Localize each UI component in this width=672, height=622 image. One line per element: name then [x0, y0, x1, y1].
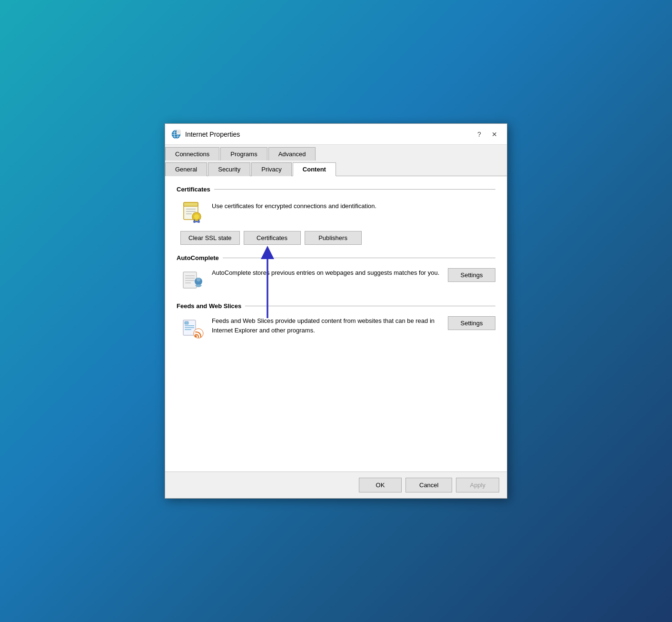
- cancel-button[interactable]: Cancel: [405, 478, 452, 492]
- feeds-settings-button[interactable]: Settings: [448, 316, 495, 330]
- tab-advanced[interactable]: Advanced: [268, 147, 316, 161]
- tab-programs[interactable]: Programs: [220, 147, 267, 161]
- internet-properties-dialog: Internet Properties ? ✕ Connections Prog…: [165, 123, 507, 499]
- certificates-divider: [214, 189, 495, 190]
- tabs-container: Connections Programs Advanced General Se…: [165, 145, 507, 176]
- autocomplete-content: AutoComplete stores previous entries on …: [177, 268, 495, 293]
- autocomplete-icon: [180, 268, 205, 293]
- autocomplete-description: AutoComplete stores previous entries on …: [212, 268, 440, 278]
- certificates-button[interactable]: Certificates: [244, 231, 301, 245]
- help-button[interactable]: ?: [473, 128, 486, 140]
- title-bar: Internet Properties ? ✕: [165, 124, 507, 145]
- svg-rect-33: [185, 329, 191, 330]
- feeds-header: Feeds and Web Slices: [177, 302, 495, 310]
- autocomplete-title: AutoComplete: [177, 254, 219, 261]
- certificate-icon: [180, 200, 205, 224]
- close-button[interactable]: ✕: [488, 128, 501, 140]
- tab-general[interactable]: General: [165, 162, 207, 176]
- svg-point-35: [195, 335, 197, 338]
- svg-rect-10: [184, 202, 198, 206]
- cert-icon-svg: [181, 201, 204, 223]
- certificates-content: Use certificates for encrypted connectio…: [177, 200, 495, 224]
- tab-privacy[interactable]: Privacy: [251, 162, 292, 176]
- ie-icon: [171, 129, 181, 140]
- certificates-title: Certificates: [177, 186, 210, 193]
- apply-button[interactable]: Apply: [456, 478, 499, 492]
- clear-ssl-state-button[interactable]: Clear SSL state: [180, 231, 240, 245]
- dialog-title: Internet Properties: [185, 130, 473, 138]
- feeds-description: Feeds and Web Slices provide updated con…: [212, 316, 440, 335]
- autocomplete-icon-svg: [181, 269, 204, 292]
- ok-button[interactable]: OK: [359, 478, 402, 492]
- autocomplete-divider: [223, 258, 495, 258]
- feeds-title: Feeds and Web Slices: [177, 302, 241, 310]
- svg-rect-5: [177, 130, 180, 134]
- certificates-button-row: Clear SSL state Certificates Publishers: [177, 231, 495, 245]
- svg-rect-22: [183, 272, 197, 288]
- autocomplete-header: AutoComplete: [177, 254, 495, 261]
- content-area: Certificates: [165, 176, 507, 472]
- svg-point-15: [194, 214, 199, 220]
- feeds-divider: [245, 306, 495, 306]
- publishers-button[interactable]: Publishers: [305, 231, 362, 245]
- tab-connections[interactable]: Connections: [165, 147, 219, 161]
- certificates-description: Use certificates for encrypted connectio…: [212, 200, 495, 211]
- feeds-icon-svg: [181, 317, 204, 340]
- tab-security[interactable]: Security: [208, 162, 250, 176]
- dialog-footer: OK Cancel Apply: [165, 472, 507, 498]
- tab-content[interactable]: Content: [293, 162, 336, 176]
- svg-rect-30: [185, 321, 188, 324]
- tab-row-1: Connections Programs Advanced: [165, 145, 507, 160]
- svg-rect-31: [185, 325, 194, 326]
- title-bar-buttons: ? ✕: [473, 128, 501, 140]
- certificates-header: Certificates: [177, 186, 495, 193]
- autocomplete-settings-button[interactable]: Settings: [448, 268, 495, 282]
- tab-row-2: General Security Privacy Content: [165, 160, 507, 176]
- feeds-content: Feeds and Web Slices provide updated con…: [177, 316, 495, 341]
- svg-point-28: [197, 278, 200, 281]
- svg-rect-32: [185, 327, 194, 328]
- feeds-icon: [180, 316, 205, 341]
